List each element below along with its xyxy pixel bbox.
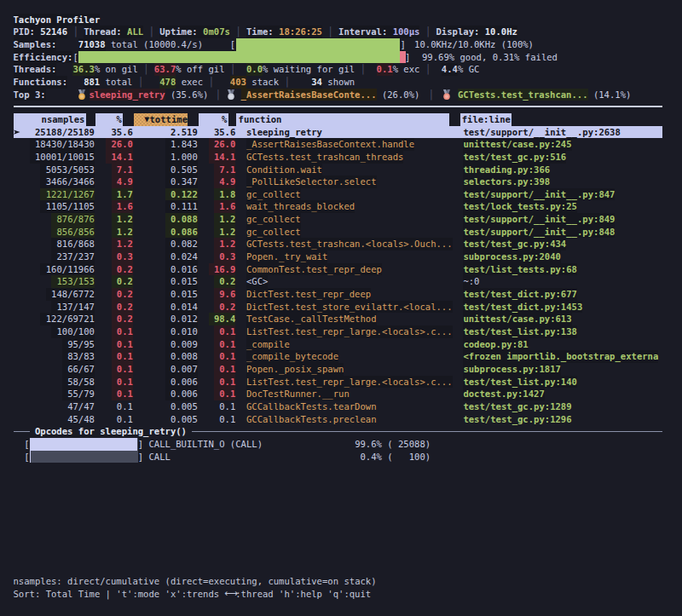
cell-nsamples: 3466/3466 [40, 176, 95, 188]
table-row[interactable]: 816/8681.20.0821.2GCTests.test_trashcan.… [0, 238, 682, 250]
uptime-value: 0m07s [203, 26, 230, 37]
cell-cumtime-pct: 0.2 [214, 275, 235, 288]
separator: │ [138, 76, 143, 89]
table-row[interactable]: 137/1470.20.0140.2DictTest.test_store_ev… [0, 301, 682, 314]
cell-tottime: 0.015 [165, 275, 198, 288]
uptime-group: Uptime: 0m07s [159, 26, 230, 38]
cell-tottime: 0.347 [165, 176, 198, 188]
cell-tottime: 0.086 [165, 226, 198, 239]
top3-name-1[interactable]: sleeping_retry [90, 89, 165, 101]
exc-value: 0.1 [377, 63, 393, 76]
header-pct2[interactable]: % [222, 113, 227, 126]
table-row[interactable]: 10001/1001514.11.00014.1GCTests.test_tra… [0, 151, 682, 164]
display-group: Display: 10.0Hz [436, 26, 517, 38]
cell-cumtime-pct: 35.6 [214, 126, 235, 139]
exc-suffix: % exc [393, 63, 420, 76]
cell-tottime-pct: 0.2 [112, 288, 133, 301]
table-row[interactable]: 237/2370.30.0240.3Popen._try_waitsubproc… [0, 250, 682, 263]
top3-name-3[interactable]: GCTests.test_trashcan... [458, 89, 588, 101]
cell-function: _compile [246, 338, 290, 351]
cell-function: Condition.wait [246, 164, 322, 176]
table-row[interactable]: 876/8761.20.0881.2gc_collecttest/support… [0, 213, 682, 226]
table-row[interactable]: 66/670.10.0070.1Popen._posix_spawnsubpro… [0, 363, 682, 376]
cell-tottime-pct: 0.1 [112, 363, 133, 376]
cell-file-line: test/test_dict.py:1453 [463, 301, 582, 314]
cell-cumtime-pct: 9.6 [214, 288, 235, 301]
cell-cumtime-pct: 4.9 [214, 176, 235, 188]
cell-tottime-pct: 0.2 [112, 263, 133, 276]
table-row[interactable]: 47/470.10.0050.1GCCallbackTests.tearDown… [0, 400, 682, 413]
table-row[interactable]: 153/1530.20.0150.2<GC>~:0 [0, 275, 682, 288]
table-row[interactable]: 122/697210.20.01298.4TestCase._callTestM… [0, 313, 682, 325]
cell-file-line: test/test_gc.py:516 [463, 151, 566, 164]
table-row[interactable]: 55/790.10.0060.1DocTestRunner.__rundocte… [0, 388, 682, 400]
cell-nsamples: 5053/5053 [40, 164, 95, 176]
table-row[interactable]: 18430/1843026.01.84326.0_AssertRaisesBas… [0, 138, 682, 151]
table-row[interactable]: 5053/50537.10.5057.1Condition.waitthread… [0, 164, 682, 176]
opcode-bar-fill [30, 451, 31, 463]
cell-cumtime-pct: 0.1 [214, 363, 235, 376]
cell-tottime: 1.843 [165, 138, 198, 151]
top3-name-2[interactable]: _AssertRaisesBaseConte... [241, 89, 377, 101]
cell-cumtime-pct: 0.1 [214, 376, 235, 389]
display-value: 10.0Hz [485, 26, 517, 37]
separator: │ [425, 63, 431, 76]
cell-file-line: subprocess.py:1817 [463, 363, 560, 376]
header-tottime-sort[interactable]: ▼tottime [144, 113, 188, 126]
table-row-selected[interactable]: 25188/2518935.62.51935.6sleeping_retryte… [0, 126, 682, 139]
samples-total: 71038 [78, 38, 106, 51]
cell-nsamples: 45/48 [67, 413, 95, 426]
cell-nsamples: 100/100 [51, 325, 95, 338]
table-row[interactable]: 1105/11051.60.1111.6wait_threads_blocked… [0, 200, 682, 213]
on-gil-suffix: % on gil [95, 63, 138, 76]
table-row[interactable]: 856/8561.20.0861.2gc_collecttest/support… [0, 226, 682, 239]
table-row[interactable]: 95/950.10.0090.1_compilecodeop.py:81 [0, 338, 682, 351]
cell-tottime-pct: 0.1 [112, 388, 133, 400]
cell-tottime-pct: 26.0 [106, 138, 133, 151]
cell-tottime-pct: 7.1 [112, 164, 133, 176]
cell-nsamples: 816/868 [51, 238, 95, 250]
functions-total-suffix: total [106, 76, 133, 89]
header-nsamples[interactable]: nsamples [42, 113, 85, 126]
table-row[interactable]: 3466/34664.90.3474.9_PollLikeSelector.se… [0, 176, 682, 188]
cell-file-line: test/test_gc.py:1289 [463, 400, 571, 413]
table-row[interactable]: 58/580.10.0060.1ListTest.test_repr_large… [0, 376, 682, 389]
cell-function: gc_collect [246, 213, 301, 226]
cell-function: gc_collect [246, 226, 301, 239]
title-row: Tachyon Profiler [0, 14, 682, 26]
opcode-bar-close: ] [138, 451, 143, 463]
header-tottime-label: tottime [149, 114, 188, 124]
cell-tottime-pct: 1.2 [112, 238, 133, 250]
separator: │ [425, 26, 431, 38]
cell-function: _PollLikeSelector.select [246, 176, 377, 188]
cell-file-line: test/support/__init__.py:2638 [463, 126, 620, 139]
cell-function: gc_collect [246, 188, 301, 201]
separator: │ [284, 76, 289, 89]
table-row[interactable]: 45/480.10.0050.1GCCallbackTests.preclean… [0, 413, 682, 426]
table-row[interactable]: 148/67720.20.0159.6DictTest.test_repr_de… [0, 288, 682, 301]
cell-file-line: codeop.py:81 [463, 338, 528, 351]
header-file[interactable]: file:line [462, 113, 511, 126]
table-row[interactable]: 100/1000.10.0100.1ListTest.test_repr_lar… [0, 325, 682, 338]
header-function[interactable]: function [239, 113, 282, 126]
cell-cumtime-pct: 14.1 [209, 151, 236, 164]
off-gil-value: 63.7 [154, 63, 176, 76]
top3-pct-3: (14.1%) [593, 89, 632, 101]
table-row[interactable]: 160/119660.20.01616.9CommonTest.test_rep… [0, 263, 682, 276]
gold-medal-icon [77, 89, 87, 101]
cell-file-line: unittest/case.py:613 [463, 313, 571, 325]
time-label: Time: [246, 26, 274, 37]
top3-pct-1: (35.6%) [170, 89, 209, 101]
thread-group[interactable]: Thread: ALL [84, 26, 143, 38]
table-row[interactable]: 83/830.10.0080.1_compile_bytecode<frozen… [0, 350, 682, 363]
cell-tottime-pct: 0.1 [112, 376, 133, 389]
cell-tottime: 0.005 [170, 413, 198, 426]
cell-nsamples: 856/856 [51, 226, 95, 239]
table-row[interactable]: 1221/12671.70.1221.8gc_collecttest/suppo… [0, 188, 682, 201]
header-pct1[interactable]: % [117, 113, 122, 126]
cell-nsamples: 95/95 [62, 338, 95, 351]
cell-function: GCCallbackTests.tearDown [246, 400, 377, 413]
cell-tottime-pct: 0.1 [112, 325, 133, 338]
cell-tottime: 0.014 [165, 301, 198, 314]
cell-file-line: test/test_list.py:140 [463, 376, 577, 389]
